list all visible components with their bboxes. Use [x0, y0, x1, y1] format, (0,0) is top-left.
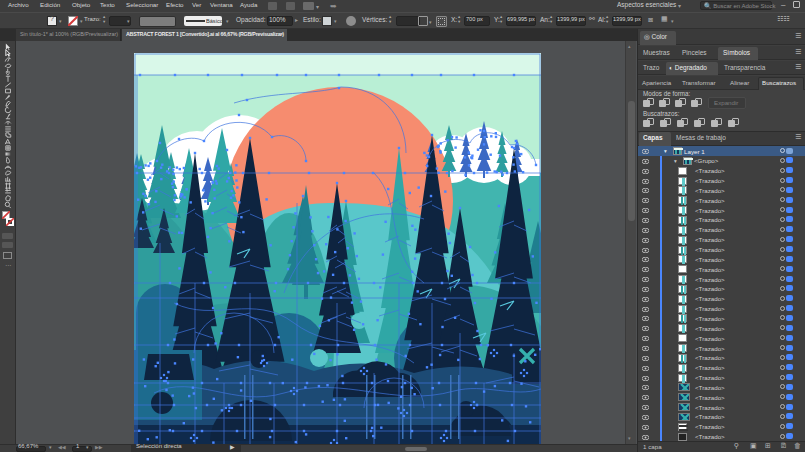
svg-text:Básico: Básico	[206, 18, 222, 24]
